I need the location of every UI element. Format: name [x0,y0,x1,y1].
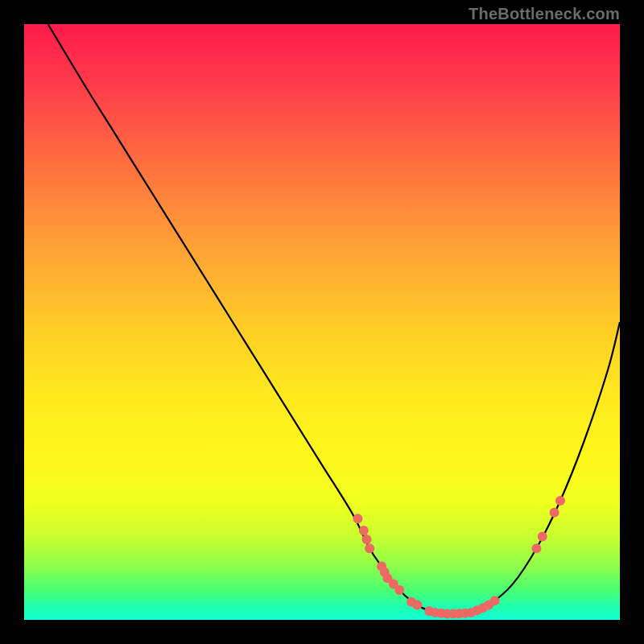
data-marker [365,543,374,553]
attribution-text: TheBottleneck.com [469,5,620,23]
data-marker [362,535,372,544]
chart-root: TheBottleneck.com [0,0,644,644]
data-marker [550,508,559,518]
data-marker [394,585,404,595]
data-marker [555,496,565,506]
data-marker [538,531,547,541]
bottleneck-curve [48,24,620,614]
data-marker [490,596,500,605]
plot-area [24,24,620,620]
marker-layer [353,496,565,619]
data-marker [359,526,369,535]
data-marker [412,601,422,610]
chart-svg [24,24,620,620]
data-marker [531,543,541,553]
data-marker [353,514,362,523]
